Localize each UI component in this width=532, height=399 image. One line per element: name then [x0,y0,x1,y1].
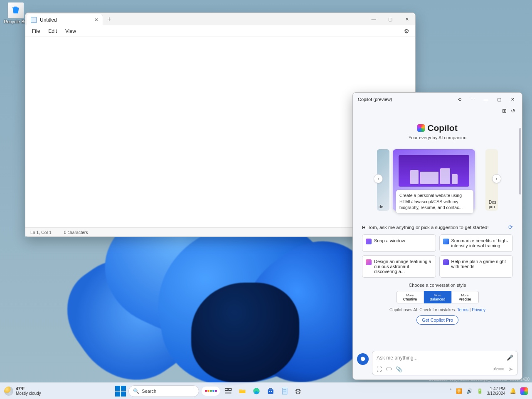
copilot-input-box[interactable]: Ask me anything... 🎤 ⛶ 🖵 📎 0/2000 ➤ [372,351,518,375]
carousel-main-caption: Create a personal website using HTML/Jav… [396,190,473,213]
notepad-titlebar[interactable]: Untitled ✕ + — ▢ ✕ [25,13,415,25]
suggestion-snap-window[interactable]: Snap a window [362,234,436,252]
copilot-title-text: Copilot (preview) [358,97,392,102]
settings-icon[interactable]: ⚙ [401,26,413,36]
weather-widget[interactable]: 47°F Mostly cloudy [0,387,45,396]
refresh-icon[interactable]: ⟲ [453,94,466,105]
svg-rect-5 [269,388,272,389]
volume-icon[interactable]: 🔊 [466,388,473,394]
search-icon: 🔍 [133,388,139,394]
copilot-brand-text: Copilot [427,123,457,133]
char-counter: 0/2000 [493,367,504,371]
new-topic-button[interactable] [357,353,369,365]
recycle-bin-label: Recycle Bin [4,19,28,24]
scrollbar-thumb[interactable] [519,128,521,195]
refresh-suggestions-icon[interactable]: ⟳ [508,224,513,230]
weather-cond: Mostly cloudy [16,391,41,396]
minimize-button[interactable]: — [480,94,492,105]
notepad-tab-title: Untitled [40,17,57,23]
style-precise[interactable]: MorePrecise [451,291,479,303]
store-icon[interactable] [265,385,276,397]
minimize-button[interactable]: — [365,13,382,25]
sparkle-icon [366,239,372,244]
battery-icon[interactable]: 🔋 [477,388,483,394]
tab-close-icon[interactable]: ✕ [94,17,99,23]
svg-rect-7 [271,391,272,392]
copilot-logo-icon [417,124,425,132]
copilot-body: Copilot Your everyday AI companion de Cr… [353,116,522,347]
carousel-prev-caption: de [379,204,383,209]
clock-time: 1:47 PM [490,387,505,391]
search-placeholder: Search [142,389,156,394]
notepad-taskbar-icon[interactable] [279,385,291,397]
send-icon[interactable]: ➤ [508,366,513,372]
document-icon [443,239,449,244]
microphone-icon[interactable]: 🎤 [507,355,513,361]
tray-chevron-icon[interactable]: ˄ [449,388,452,394]
suggestion-label: Summarize benefits of high-intensity int… [451,238,510,248]
game-icon [443,259,449,265]
plugins-icon[interactable]: ⊞ [502,108,507,114]
copilot-carousel: de Create a personal website using HTML/… [357,149,518,212]
visual-search-icon[interactable]: ⛶ [377,366,382,372]
svg-rect-2 [225,392,232,394]
file-explorer-icon[interactable] [236,385,248,397]
suggestion-label: Design an image featuring a curious astr… [374,259,432,274]
style-creative[interactable]: MoreCreative [397,291,424,303]
search-box[interactable]: 🔍 Search [128,385,199,397]
copilot-logo: Copilot [417,123,457,133]
carousel-prev-button[interactable]: ‹ [374,174,383,183]
copilot-taskbar-icon[interactable] [520,387,528,395]
system-tray: ˄ 🛜 🔊 🔋 1:47 PM 3/12/2024 🔔 [445,387,532,396]
edge-icon[interactable] [251,385,262,397]
carousel-next-button[interactable]: › [492,174,501,183]
weather-temp: 47°F [16,387,41,391]
copilot-input-area: Ask me anything... 🎤 ⛶ 🖵 📎 0/2000 ➤ [353,347,522,379]
status-chars: 0 characters [64,230,88,235]
svg-rect-6 [269,391,271,392]
suggestion-label: Snap a window [374,238,405,243]
start-button[interactable] [115,386,126,397]
svg-rect-4 [268,389,273,394]
close-button[interactable]: ✕ [399,13,415,25]
suggestion-label: Help me plan a game night with friends [451,259,510,269]
suggestion-summarize-hiit[interactable]: Summarize benefits of high-intensity int… [439,234,513,252]
search-highlights-icon[interactable] [202,387,220,396]
attach-icon[interactable]: 📎 [396,366,402,372]
taskbar: 47°F Mostly cloudy 🔍 Search ⚙ ˄ 🛜 🔊 🔋 1:… [0,382,532,399]
suggestion-design-image[interactable]: Design an image featuring a curious astr… [362,255,436,278]
notifications-icon[interactable]: 🔔 [510,388,516,394]
task-view-icon[interactable] [222,385,234,397]
history-icon[interactable]: ↺ [511,108,515,114]
style-balanced[interactable]: MoreBalanced [424,291,451,303]
copilot-subtitle: Your everyday AI companion [357,135,518,140]
copilot-titlebar[interactable]: Copilot (preview) ⟲ ⋯ — ▢ ✕ [353,93,522,106]
notepad-file-icon [31,17,37,23]
copilot-window: Copilot (preview) ⟲ ⋯ — ▢ ✕ ⊞ ↺ Copilot … [352,92,522,380]
status-lncol: Ln 1, Col 1 [30,230,52,235]
terms-link[interactable]: Terms [457,308,468,312]
taskbar-center: 🔍 Search ⚙ [115,385,305,397]
conversation-style-group: MoreCreative MoreBalanced MorePrecise [357,291,518,303]
copilot-greeting: Hi Tom, ask me anything or pick a sugges… [362,225,489,230]
menu-view[interactable]: View [61,27,80,36]
privacy-link[interactable]: Privacy [472,308,485,312]
menu-edit[interactable]: Edit [44,27,61,36]
clock[interactable]: 1:47 PM 3/12/2024 [487,387,506,396]
clock-date: 3/12/2024 [487,391,506,396]
maximize-button[interactable]: ▢ [493,94,505,105]
notepad-menubar: File Edit View ⚙ [25,25,415,37]
screenshot-icon[interactable]: 🖵 [386,366,392,372]
settings-taskbar-icon[interactable]: ⚙ [293,385,305,397]
notepad-tab[interactable]: Untitled ✕ [27,14,103,25]
palette-icon [366,259,372,265]
maximize-button[interactable]: ▢ [382,13,399,25]
input-placeholder: Ask me anything... [377,355,507,361]
menu-file[interactable]: File [28,27,44,36]
more-icon[interactable]: ⋯ [466,94,479,105]
get-copilot-pro-button[interactable]: Get Copilot Pro [416,315,458,325]
wifi-icon[interactable]: 🛜 [456,388,462,394]
close-button[interactable]: ✕ [506,94,519,105]
add-tab-button[interactable]: + [103,13,116,25]
suggestion-game-night[interactable]: Help me plan a game night with friends [439,255,513,278]
